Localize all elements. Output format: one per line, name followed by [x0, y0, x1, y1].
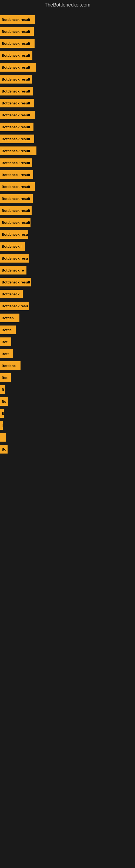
bar: Bottleneck result [0, 87, 33, 95]
bar: Bottleneck result [0, 278, 31, 286]
bar-row: Bottleneck result [0, 110, 135, 120]
bar-row: B [0, 384, 135, 395]
bar-label: Bottleneck resu [2, 256, 28, 260]
bar-row: Bottleneck result [0, 50, 135, 61]
bar-label: Bottleneck result [2, 113, 30, 117]
bar-row: Bottleneck result [0, 98, 135, 108]
bar-label: Bottleneck resu [2, 232, 28, 237]
bar: Bo [0, 397, 8, 406]
bar-row: Bottleneck result [0, 193, 135, 204]
bar: Bott [0, 349, 13, 358]
bar-row: I [0, 420, 135, 431]
bar: Bottleneck result [0, 206, 32, 215]
bar-label: Bottleneck result [2, 125, 30, 129]
bar-label: B [2, 388, 4, 392]
bar-label: Bottleneck result [2, 197, 30, 201]
bar-label: Bott [2, 352, 9, 356]
bar-row: Bottleneck result [0, 134, 135, 144]
bar-row: Bottleneck resu [0, 301, 135, 311]
bar: Bottleneck resu [0, 254, 29, 262]
bar-row: Bottleneck result [0, 277, 135, 287]
bar-row: Bottleneck result [0, 122, 135, 132]
bar-row: Bottleneck [0, 289, 135, 299]
bar-row: Bottleneck result [0, 217, 135, 227]
bar-label: Bottleneck result [2, 185, 30, 189]
bar: Bottleneck resu [0, 230, 28, 239]
bar-row: Bottle [0, 325, 135, 335]
bar-label: Bottleneck r [2, 244, 22, 248]
bar-row: Bo [0, 396, 135, 407]
bar: Bottleneck result [0, 194, 33, 203]
bar: Bottleneck result [0, 39, 35, 48]
bar-row: B [0, 408, 135, 418]
bar: Bottle [0, 326, 16, 334]
bar-label: Bottleneck result [2, 137, 30, 141]
bar: B [0, 385, 5, 394]
bar: Bottleneck result [0, 63, 36, 72]
bar: Bottleneck result [0, 134, 34, 143]
bar-row: Bottleneck r [0, 241, 135, 251]
bar: Bottleneck result [0, 27, 34, 36]
bar-label: Bottleneck resu [2, 304, 28, 308]
bar: Bottlene [0, 361, 20, 370]
bar: Bottleneck result [0, 182, 35, 191]
bar-label: Bottle [2, 328, 12, 332]
bar: Bottleneck result [0, 111, 35, 119]
site-title: TheBottlenecker.com [0, 0, 135, 10]
bar-label: Bottleneck result [2, 65, 30, 69]
bar-row: Bo [0, 444, 135, 454]
bar-label: Bot [2, 340, 8, 344]
bar-row: Bottleneck result [0, 86, 135, 96]
bar: Bottleneck re [0, 266, 27, 275]
bar-label: Bo [2, 400, 6, 404]
bar-label: Bottleneck re [2, 268, 24, 272]
bar: Bottleneck result [0, 51, 32, 60]
bar: Bottleneck result [0, 218, 31, 227]
bar-row: Bottleneck result [0, 26, 135, 37]
bar: B [0, 409, 4, 418]
bar-row: Bottleneck result [0, 182, 135, 192]
bar-row: Bottlen [0, 313, 135, 323]
bar-label: Bottleneck result [2, 54, 30, 58]
bar: Bottleneck r [0, 242, 25, 251]
bar-label: Bottlene [2, 364, 16, 368]
bar: I [0, 421, 3, 430]
bar: Bottleneck [0, 290, 23, 299]
bar-label: Bottleneck result [2, 220, 30, 225]
bar-row: Bottleneck result [0, 205, 135, 216]
bar-label: Bot [2, 376, 8, 380]
bar: Bottleneck result [0, 123, 34, 131]
bar-row: Bott [0, 348, 135, 359]
bar: Bottleneck result [0, 15, 35, 24]
bar-row: Bottlene [0, 361, 135, 371]
bar-row: Bottleneck resu [0, 229, 135, 240]
bar-label: Bottleneck result [2, 18, 30, 22]
bar-label: Bottleneck result [2, 161, 30, 165]
bar [0, 433, 6, 442]
bar-label: Bottleneck result [2, 101, 30, 105]
bar-label: Bottleneck result [2, 89, 30, 93]
bar-row: Bottleneck result [0, 158, 135, 168]
bar: Bottleneck result [0, 99, 34, 107]
bar-label: Bottleneck result [2, 149, 30, 153]
bar: Bottleneck result [0, 170, 33, 179]
bar-row [0, 432, 135, 442]
bar: Bot [0, 337, 11, 346]
bar: Bottleneck result [0, 158, 32, 167]
bar: Bottleneck resu [0, 302, 29, 310]
bar-label: Bottlen [2, 316, 14, 320]
bar-label: Bottleneck result [2, 173, 30, 177]
bar-row: Bot [0, 372, 135, 383]
bar-label: Bottleneck result [2, 77, 30, 82]
bar-label: I [2, 424, 3, 428]
bar: Bo [0, 445, 8, 454]
bar-row: Bottleneck result [0, 169, 135, 180]
bar: Bot [0, 373, 11, 382]
bar-row: Bottleneck result [0, 146, 135, 156]
bar-label: Bottleneck result [2, 30, 30, 34]
bar-label: Bo [2, 447, 6, 452]
bar-row: Bottleneck result [0, 38, 135, 49]
bar: Bottleneck result [0, 147, 37, 155]
bar: Bottleneck result [0, 75, 32, 84]
bar-row: Bottleneck result [0, 74, 135, 84]
